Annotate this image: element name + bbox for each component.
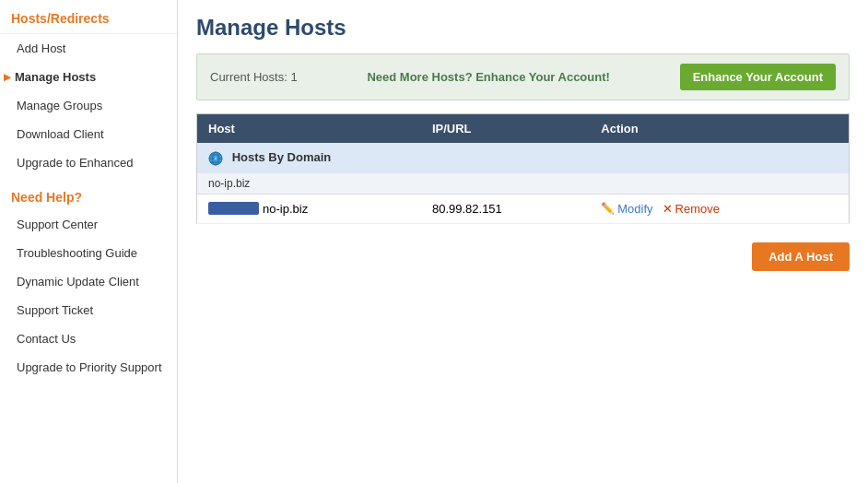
subdomain-label: no-ip.biz [197,173,850,194]
sidebar-item-add-host[interactable]: Add Host [0,34,177,63]
sidebar-item-upgrade-enhanced[interactable]: Upgrade to Enhanced [0,148,177,177]
host-name-blurred [208,202,259,215]
need-help-heading: Need Help? [0,181,177,210]
modify-link[interactable]: ✏️ Modify [601,202,652,216]
table-header-row: Host IP/URL Action [197,114,850,144]
table-row: no-ip.biz 80.99.82.151 ✏️ Modify ✕ Remov… [197,194,850,223]
host-name-cell: no-ip.biz [197,194,421,223]
sidebar-section-title: Hosts/Redirects [0,0,177,34]
current-hosts-label: Current Hosts: 1 [210,70,298,84]
add-host-button[interactable]: Add A Host [752,242,850,271]
host-ip-cell: 80.99.82.151 [421,194,590,223]
sidebar-item-upgrade-priority[interactable]: Upgrade to Priority Support [0,353,177,382]
hosts-table: Host IP/URL Action [196,113,850,224]
domain-group-label: Hosts By Domain [232,150,332,164]
sidebar-item-download-client[interactable]: Download Client [0,120,177,148]
host-name-suffix: no-ip.biz [263,202,308,216]
svg-point-5 [215,157,217,159]
main-content: Manage Hosts Current Hosts: 1 Need More … [178,0,868,483]
globe-icon [208,151,223,166]
need-more-hosts-label: Need More Hosts? Enhance Your Account! [298,70,680,84]
col-host: Host [197,114,421,144]
col-action: Action [590,114,849,144]
enhance-account-button[interactable]: Enhance Your Account [680,64,836,90]
upgrade-banner: Current Hosts: 1 Need More Hosts? Enhanc… [196,53,850,100]
sidebar-item-support-ticket[interactable]: Support Ticket [0,296,177,324]
sidebar-item-support-center[interactable]: Support Center [0,210,177,239]
domain-group-row: Hosts By Domain [197,143,850,173]
sidebar-item-manage-groups[interactable]: Manage Groups [0,91,177,120]
host-action-cell: ✏️ Modify ✕ Remove [590,194,849,223]
sidebar-item-dynamic-update-client[interactable]: Dynamic Update Client [0,267,177,296]
col-ip: IP/URL [421,114,590,144]
sidebar-item-troubleshooting-guide[interactable]: Troubleshooting Guide [0,239,177,267]
modify-icon: ✏️ [601,202,615,215]
page-title: Manage Hosts [196,15,850,41]
remove-link[interactable]: ✕ Remove [663,202,720,216]
sidebar-item-contact-us[interactable]: Contact Us [0,324,177,353]
subdomain-label-row: no-ip.biz [197,173,850,194]
sidebar: Hosts/Redirects Add Host Manage Hosts Ma… [0,0,178,483]
remove-icon: ✕ [663,202,673,216]
sidebar-item-manage-hosts[interactable]: Manage Hosts [0,63,177,91]
